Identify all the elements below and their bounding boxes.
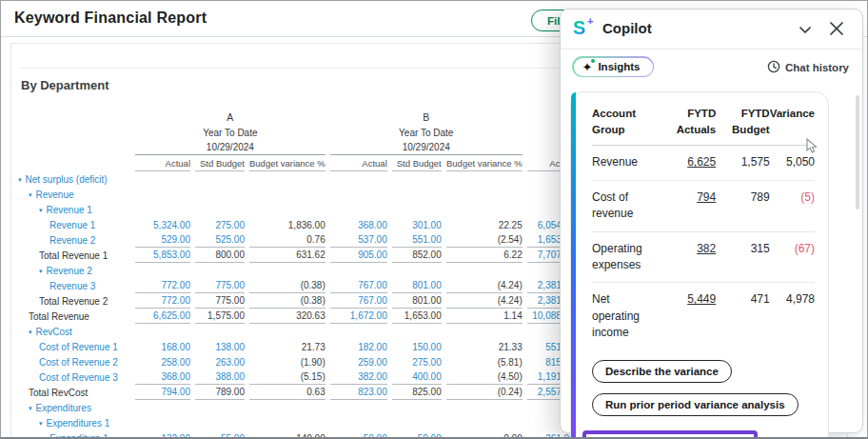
close-icon[interactable] xyxy=(828,20,845,41)
value-cell[interactable]: 525.00 xyxy=(195,232,245,248)
copilot-scrollbar-thumb[interactable] xyxy=(856,95,859,210)
actuals-link[interactable]: 6,625 xyxy=(687,155,716,169)
column-header: Std Budget xyxy=(195,155,245,171)
value-cell[interactable]: 301.00 xyxy=(392,217,442,232)
row-label-text[interactable]: RevCost xyxy=(36,327,72,337)
value-cell[interactable]: 150.00 xyxy=(392,339,442,354)
value-cell[interactable]: 6,625.00 xyxy=(135,309,190,324)
value-cell[interactable]: 767.00 xyxy=(330,293,387,309)
value-cell xyxy=(446,400,523,415)
fytd-actuals-cell[interactable]: 6,625 xyxy=(661,146,716,180)
value-cell[interactable]: 59.00 xyxy=(330,430,387,439)
value-cell[interactable]: 767.00 xyxy=(330,278,387,293)
chevron-down-icon[interactable] xyxy=(798,22,813,41)
row-label[interactable]: Cost of Revenue 3 xyxy=(16,369,130,385)
row-label[interactable]: ▾Revenue xyxy=(16,187,130,202)
value-cell[interactable]: 259.00 xyxy=(330,354,387,369)
collapse-triangle-icon[interactable]: ▾ xyxy=(18,176,22,183)
table-row: Cost of Revenue 1168.00138.0021.73182.00… xyxy=(16,339,575,354)
value-cell xyxy=(135,202,190,217)
row-label-text[interactable]: Cost of Revenue 3 xyxy=(39,372,118,383)
row-label-text[interactable]: Revenue 1 xyxy=(49,220,95,230)
value-cell[interactable]: 529.00 xyxy=(135,232,190,248)
value-cell xyxy=(330,263,387,278)
row-label-text[interactable]: Net surplus (deficit) xyxy=(26,174,108,185)
fytd-actuals-cell[interactable]: 794 xyxy=(661,180,716,231)
value-cell[interactable]: 168.00 xyxy=(135,339,190,354)
value-cell[interactable]: 258.00 xyxy=(135,354,190,369)
value-cell[interactable]: 182.00 xyxy=(330,339,387,354)
value-cell[interactable]: 775.00 xyxy=(195,278,245,293)
row-label-text[interactable]: Revenue 2 xyxy=(47,266,92,276)
actuals-link[interactable]: 794 xyxy=(697,190,716,204)
row-label[interactable]: ▾Expenditures 1 xyxy=(16,415,130,430)
copilot-column-header: Variance xyxy=(770,102,815,146)
row-label[interactable]: ▾Net surplus (deficit) xyxy=(16,171,130,187)
row-label[interactable]: ▾Revenue 1 xyxy=(16,202,130,217)
suggestion-describe-the-variance[interactable]: Describe the variance xyxy=(592,360,732,383)
row-label[interactable]: ▾Expenditures xyxy=(16,400,130,415)
collapse-triangle-icon[interactable]: ▾ xyxy=(29,329,32,335)
value-cell[interactable]: 801.00 xyxy=(392,278,442,293)
tab-insights[interactable]: ✦ Insights xyxy=(572,56,654,77)
row-label[interactable]: Revenue 2 xyxy=(16,232,130,248)
value-cell[interactable]: 368.00 xyxy=(330,217,387,232)
actuals-link[interactable]: 382 xyxy=(697,242,716,255)
collapse-triangle-icon[interactable]: ▾ xyxy=(39,207,43,213)
actuals-link[interactable]: 5,449 xyxy=(687,292,716,306)
row-label[interactable]: ▾RevCost xyxy=(16,324,130,339)
collapse-triangle-icon[interactable]: ▾ xyxy=(29,405,32,411)
value-cell[interactable]: 772.00 xyxy=(135,278,190,293)
value-cell[interactable]: 794.00 xyxy=(135,385,190,400)
value-cell[interactable]: 132.00 xyxy=(135,430,190,439)
value-cell[interactable]: 263.00 xyxy=(195,354,245,369)
row-label-text[interactable]: Expenditures 1 xyxy=(47,418,110,429)
collapse-triangle-icon[interactable]: ▾ xyxy=(39,268,43,274)
row-label[interactable]: Cost of Revenue 1 xyxy=(16,339,130,354)
row-label[interactable]: Expenditure 1 xyxy=(16,430,130,439)
value-cell[interactable]: 537.00 xyxy=(330,232,387,248)
value-cell: (4.24) xyxy=(446,293,523,309)
row-label[interactable]: Revenue 3 xyxy=(16,278,130,293)
value-cell xyxy=(392,202,442,217)
row-label-text[interactable]: Cost of Revenue 2 xyxy=(39,357,118,368)
value-cell[interactable]: 388.00 xyxy=(195,369,245,385)
row-label[interactable]: ▾Revenue 2 xyxy=(16,263,130,278)
value-cell[interactable]: 1,672.00 xyxy=(330,309,387,324)
row-label[interactable]: Cost of Revenue 2 xyxy=(16,354,130,369)
table-row: ▾Net surplus (deficit) xyxy=(16,171,575,187)
value-cell: (0.24) xyxy=(446,385,523,400)
value-cell[interactable]: 551.00 xyxy=(392,232,442,248)
value-cell[interactable]: 138.00 xyxy=(195,339,245,354)
column-group-name: A xyxy=(135,110,326,125)
value-cell[interactable]: 275.00 xyxy=(195,217,245,232)
value-cell[interactable]: 823.00 xyxy=(330,385,387,400)
value-cell[interactable]: 905.00 xyxy=(330,248,387,263)
fytd-actuals-cell[interactable]: 5,449 xyxy=(661,283,716,350)
value-cell[interactable]: 59.00 xyxy=(392,430,442,439)
value-cell[interactable]: 5,853.00 xyxy=(135,248,190,263)
collapse-triangle-icon[interactable]: ▾ xyxy=(39,420,43,427)
value-cell[interactable]: 55.00 xyxy=(195,430,245,439)
value-cell[interactable]: 275.00 xyxy=(392,354,442,369)
value-cell xyxy=(195,187,245,202)
row-label-text[interactable]: Expenditures xyxy=(36,403,91,413)
collapse-triangle-icon[interactable]: ▾ xyxy=(29,191,32,198)
row-label-text[interactable]: Revenue xyxy=(36,190,74,200)
value-cell[interactable]: 368.00 xyxy=(135,369,190,385)
row-label[interactable]: Revenue 1 xyxy=(16,217,130,232)
value-cell[interactable]: 5,324.00 xyxy=(135,217,190,232)
chat-history-button[interactable]: Chat history xyxy=(767,60,849,75)
row-label-text[interactable]: Expenditure 1 xyxy=(49,433,108,439)
fytd-actuals-cell[interactable]: 382 xyxy=(661,231,716,283)
row-label-text[interactable]: Revenue 3 xyxy=(49,281,95,291)
row-label-text[interactable]: Revenue 1 xyxy=(47,205,92,215)
value-cell[interactable]: 772.00 xyxy=(135,293,190,309)
value-cell: (2.54) xyxy=(446,232,523,248)
row-label-text[interactable]: Revenue 2 xyxy=(49,235,95,246)
row-label-text[interactable]: Cost of Revenue 1 xyxy=(39,342,118,352)
suggestion-run-prior-period-variance-analysis[interactable]: Run prior period variance analysis xyxy=(592,393,799,416)
value-cell[interactable]: 400.00 xyxy=(392,369,442,385)
value-cell[interactable]: 382.00 xyxy=(330,369,387,385)
fytd-budget-cell: 789 xyxy=(716,180,769,231)
